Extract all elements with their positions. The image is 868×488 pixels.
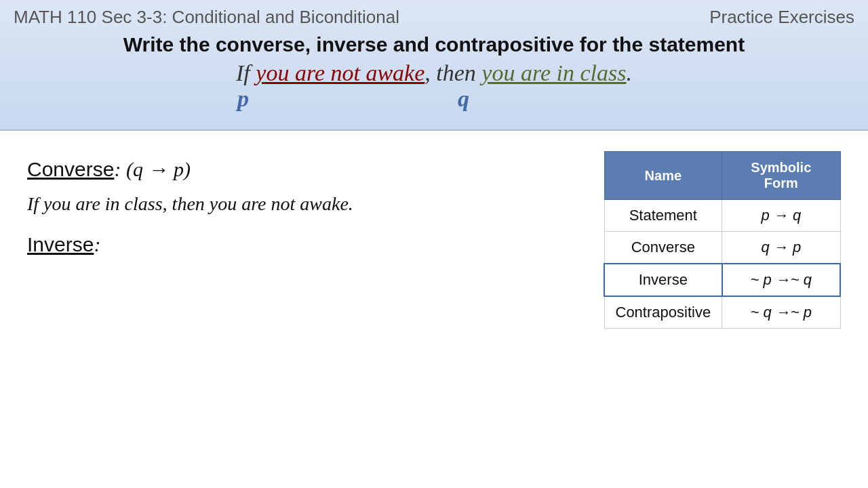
- section-label: Practice Exercises: [709, 7, 854, 28]
- table-cell-symbolic: ~ p →~ q: [722, 264, 840, 296]
- converse-q: q: [133, 158, 143, 180]
- p-label: p: [237, 86, 249, 112]
- table-cell-symbolic: q → p: [722, 232, 840, 264]
- table-cell-name: Statement: [604, 200, 722, 232]
- table-cell-name: Inverse: [604, 264, 722, 296]
- table-body: Statementp → qConverseq → pInverse~ p →~…: [604, 200, 840, 329]
- pq-label-container: p q: [14, 86, 854, 116]
- table-row: Inverse~ p →~ q: [604, 264, 840, 296]
- col2-header: Symbolic Form: [722, 152, 840, 200]
- inverse-name: Inverse: [27, 233, 94, 256]
- table-row: Contrapositive~ q →~ p: [604, 296, 840, 329]
- converse-close: ): [184, 158, 191, 180]
- right-content: Name Symbolic Form Statementp → qConvers…: [604, 144, 841, 480]
- table-row: Statementp → q: [604, 200, 840, 232]
- table-cell-symbolic: ~ q →~ p: [722, 296, 840, 329]
- table-header-row: Name Symbolic Form: [604, 152, 840, 200]
- instruction-text: Write the converse, inverse and contrapo…: [14, 33, 854, 56]
- left-content: Converse: (q → p) If you are in class, t…: [27, 144, 590, 480]
- converse-name: Converse: [27, 158, 114, 180]
- inverse-line: Inverse:: [27, 233, 590, 256]
- statement-line: If you are not awake, then you are in cl…: [14, 60, 854, 86]
- converse-arrow: →: [143, 158, 174, 180]
- statement-if: If: [236, 60, 256, 85]
- statement-period: .: [626, 60, 632, 85]
- statement-then: , then: [425, 60, 481, 85]
- p-text: you are not awake: [256, 60, 425, 85]
- logic-table: Name Symbolic Form Statementp → qConvers…: [604, 151, 841, 329]
- course-title: MATH 110 Sec 3-3: Conditional and Bicond…: [14, 7, 399, 28]
- converse-symbolic-open: (: [121, 158, 133, 180]
- inverse-colon: :: [94, 233, 100, 256]
- title-bar: MATH 110 Sec 3-3: Conditional and Bicond…: [14, 7, 854, 28]
- header-section: MATH 110 Sec 3-3: Conditional and Bicond…: [0, 0, 868, 131]
- converse-english: If you are in class, then you are not aw…: [27, 190, 590, 217]
- table-row: Converseq → p: [604, 232, 840, 264]
- converse-p: p: [174, 158, 184, 180]
- table-cell-name: Converse: [604, 232, 722, 264]
- col1-header: Name: [604, 152, 722, 200]
- main-content: Converse: (q → p) If you are in class, t…: [0, 131, 868, 488]
- table-cell-name: Contrapositive: [604, 296, 722, 329]
- converse-line: Converse: (q → p): [27, 158, 590, 181]
- converse-colon: :: [114, 158, 121, 180]
- q-text: you are in class: [481, 60, 626, 85]
- q-label: q: [458, 86, 469, 112]
- table-cell-symbolic: p → q: [722, 200, 840, 232]
